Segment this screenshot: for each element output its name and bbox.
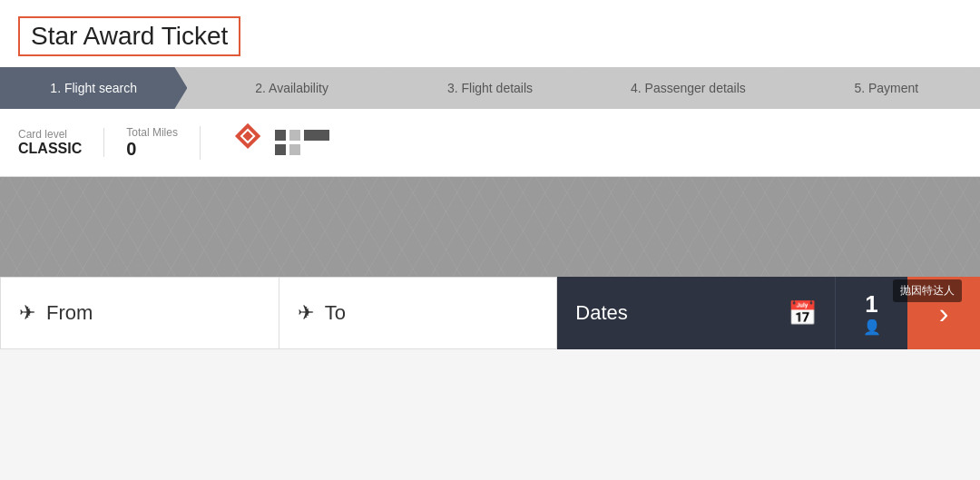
miles-value: 0: [126, 139, 178, 160]
step-2-label: 2. Availability: [255, 81, 328, 95]
logo-area: [201, 123, 337, 162]
dates-label: Dates: [575, 301, 627, 325]
dot-pattern: [275, 130, 315, 155]
steps-bar: 1. Flight search 2. Availability 3. Flig…: [0, 67, 980, 109]
step-5[interactable]: 5. Payment: [782, 67, 980, 109]
passengers-field[interactable]: 1 👤: [835, 277, 907, 349]
step-2[interactable]: 2. Availability: [187, 67, 385, 109]
step-3[interactable]: 3. Flight details: [386, 67, 583, 109]
departure-icon: ✈: [19, 301, 35, 325]
person-icon: 👤: [863, 318, 881, 336]
card-info: Card level CLASSIC: [18, 128, 104, 157]
dot-4: [275, 144, 286, 155]
card-level-label: Card level: [18, 128, 82, 141]
search-bar: ✈ From ✈ To Dates 📅 1 👤 › 抛因特达人: [0, 277, 980, 349]
step-5-label: 5. Payment: [854, 81, 918, 95]
dot-5: [289, 144, 300, 155]
brand-logo-icon: [222, 123, 260, 162]
to-field[interactable]: ✈ To: [279, 277, 558, 349]
header: Star Award Ticket: [0, 0, 980, 67]
step-4[interactable]: 4. Passenger details: [583, 67, 781, 109]
miles-label: Total Miles: [126, 126, 178, 139]
from-field[interactable]: ✈ From: [0, 277, 279, 349]
go-button[interactable]: ›: [907, 277, 980, 349]
page-title: Star Award Ticket: [18, 16, 240, 56]
info-section: Card level CLASSIC Total Miles 0: [0, 109, 980, 177]
step-4-label: 4. Passenger details: [631, 81, 746, 95]
arrival-icon: ✈: [298, 301, 314, 325]
dot-3: [304, 130, 329, 141]
step-3-label: 3. Flight details: [447, 81, 533, 95]
background-section: [0, 177, 980, 277]
calendar-icon: 📅: [788, 299, 817, 328]
dot-1: [275, 130, 286, 141]
dates-field[interactable]: Dates 📅: [557, 277, 835, 349]
card-level-value: CLASSIC: [18, 141, 82, 157]
step-1[interactable]: 1. Flight search: [0, 67, 187, 109]
passengers-count: 1: [865, 290, 877, 318]
dot-2: [289, 130, 300, 141]
to-label: To: [325, 301, 346, 325]
miles-info: Total Miles 0: [104, 126, 201, 160]
go-arrow-icon: ›: [939, 297, 949, 330]
step-1-label: 1. Flight search: [50, 81, 137, 95]
from-label: From: [46, 301, 93, 325]
